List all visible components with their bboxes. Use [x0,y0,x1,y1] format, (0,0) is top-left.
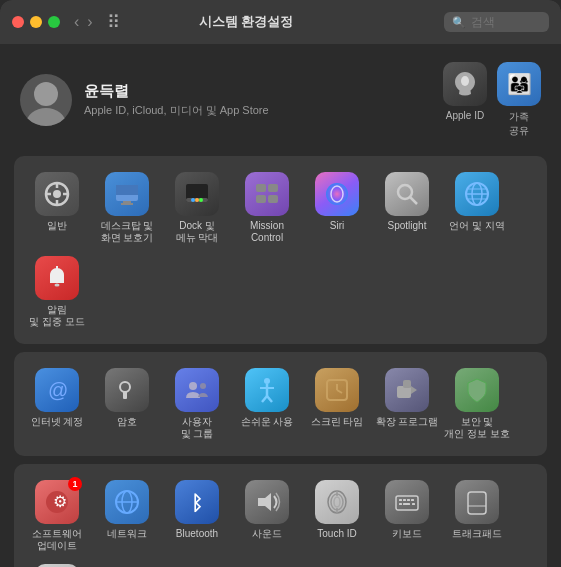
svg-rect-10 [116,185,138,195]
icon-label-security: 보안 및개인 정보 보호 [444,416,510,440]
icon-mission [245,172,289,216]
icon-label-touchid: Touch ID [317,528,356,540]
close-button[interactable] [12,16,24,28]
icon-item-language[interactable]: 언어 및 지역 [442,166,512,250]
svg-text:@: @ [48,379,68,401]
icon-item-siri[interactable]: Siri [302,166,372,250]
icon-label-bluetooth: Bluetooth [176,528,218,540]
icon-label-screentime: 스크린 타임 [311,416,364,428]
icon-notification [35,256,79,300]
icon-item-sound[interactable]: 사운드 [232,474,302,558]
svg-point-57 [334,497,340,507]
icon-label-password: 암호 [117,416,137,428]
icon-item-notification[interactable]: 알림및 집중 모드 [22,250,92,334]
icon-language [455,172,499,216]
icon-item-bluetooth[interactable]: ᛒ Bluetooth [162,474,232,558]
user-info: 윤득렬 Apple ID, iCloud, 미디어 및 App Store [84,82,443,118]
svg-rect-20 [256,195,266,203]
apple-id-label: Apple ID [446,110,484,121]
svg-point-24 [398,185,412,199]
icon-item-softwareupdate[interactable]: ⚙1 소프트웨어업데이트 [22,474,92,558]
badge-softwareupdate: 1 [68,477,82,491]
icon-sound [245,480,289,524]
icon-item-trackpad[interactable]: 트래크패드 [442,474,512,558]
icon-label-notification: 알림및 집중 모드 [29,304,85,328]
icon-grid-1: 일반 데스크탑 및화면 보호기 Dock 및메뉴 막대 MissionContr… [22,166,539,334]
svg-rect-64 [411,499,414,501]
icon-spotlight [385,172,429,216]
search-input[interactable] [471,15,541,29]
minimize-button[interactable] [30,16,42,28]
icon-network [105,480,149,524]
icon-grid-2: @ 인터넷 계정 암호 사용자및 그룹 손쉬운 사용 스크린 타임 확장 프로그… [22,362,539,446]
svg-point-1 [26,108,66,126]
icon-item-general[interactable]: 일반 [22,166,92,250]
icon-label-accessibility: 손쉬운 사용 [241,416,294,428]
icon-item-network[interactable]: 네트워크 [92,474,162,558]
svg-rect-47 [403,380,411,388]
svg-rect-66 [403,503,410,505]
avatar [20,74,72,126]
icon-desktop [105,172,149,216]
grid-section-1: 일반 데스크탑 및화면 보호기 Dock 및메뉴 막대 MissionContr… [14,156,547,344]
apple-id-button[interactable]: Apple ID [443,62,487,138]
icon-screentime [315,368,359,412]
svg-text:ᛒ: ᛒ [191,492,203,514]
icon-softwareupdate: ⚙1 [35,480,79,524]
icon-label-desktop: 데스크탑 및화면 보호기 [101,220,154,244]
icon-label-extensions: 확장 프로그램 [376,416,439,428]
icon-label-internet: 인터넷 계정 [31,416,84,428]
icon-label-spotlight: Spotlight [388,220,427,232]
icon-security [455,368,499,412]
icon-item-spotlight[interactable]: Spotlight [372,166,442,250]
icon-label-sound: 사운드 [252,528,282,540]
icon-item-users[interactable]: 사용자및 그룹 [162,362,232,446]
apple-id-icon [443,62,487,106]
svg-point-38 [264,378,270,384]
svg-rect-68 [468,492,486,514]
icon-bluetooth: ᛒ [175,480,219,524]
icon-item-screentime[interactable]: 스크린 타임 [302,362,372,446]
svg-point-4 [53,190,61,198]
icon-item-keyboard[interactable]: 키보드 [372,474,442,558]
icon-item-desktop[interactable]: 데스크탑 및화면 보호기 [92,166,162,250]
icon-accessibility [245,368,289,412]
svg-point-0 [34,82,58,106]
icon-item-internet[interactable]: @ 인터넷 계정 [22,362,92,446]
icon-trackpad [455,480,499,524]
icon-item-dock[interactable]: Dock 및메뉴 막대 [162,166,232,250]
svg-rect-35 [123,391,127,399]
icon-item-touchid[interactable]: Touch ID [302,474,372,558]
icon-label-general: 일반 [47,220,67,232]
icon-label-keyboard: 키보드 [392,528,422,540]
svg-point-15 [191,198,195,202]
svg-rect-62 [403,499,406,501]
svg-rect-61 [399,499,402,501]
icon-internet: @ [35,368,79,412]
icon-label-siri: Siri [330,220,344,232]
search-bar[interactable]: 🔍 [444,12,549,32]
icon-label-users: 사용자및 그룹 [181,416,214,440]
family-share-label: 가족공유 [509,110,529,138]
svg-point-36 [189,382,197,390]
icon-item-mission[interactable]: MissionControl [232,166,302,250]
family-share-button[interactable]: 👨‍👩‍👧 가족공유 [497,62,541,138]
window-title: 시스템 환경설정 [48,13,444,31]
user-name: 윤득렬 [84,82,443,101]
icon-label-trackpad: 트래크패드 [452,528,502,540]
svg-rect-12 [121,203,133,205]
grid-section-2: @ 인터넷 계정 암호 사용자및 그룹 손쉬운 사용 스크린 타임 확장 프로그… [14,352,547,456]
icon-item-accessibility[interactable]: 손쉬운 사용 [232,362,302,446]
icon-item-mouse[interactable]: 마우스 [22,558,92,567]
icon-item-password[interactable]: 암호 [92,362,162,446]
grid-section-3: ⚙1 소프트웨어업데이트 네트워크 ᛒ Bluetooth 사운드 Touch … [14,464,547,567]
svg-rect-18 [256,184,266,192]
icon-item-extensions[interactable]: 확장 프로그램 [372,362,442,446]
icon-label-dock: Dock 및메뉴 막대 [176,220,219,244]
user-subtitle: Apple ID, iCloud, 미디어 및 App Store [84,103,443,118]
icon-item-security[interactable]: 보안 및개인 정보 보호 [442,362,512,446]
icon-password [105,368,149,412]
svg-point-17 [199,198,203,202]
search-icon: 🔍 [452,16,466,29]
icon-label-network: 네트워크 [107,528,147,540]
